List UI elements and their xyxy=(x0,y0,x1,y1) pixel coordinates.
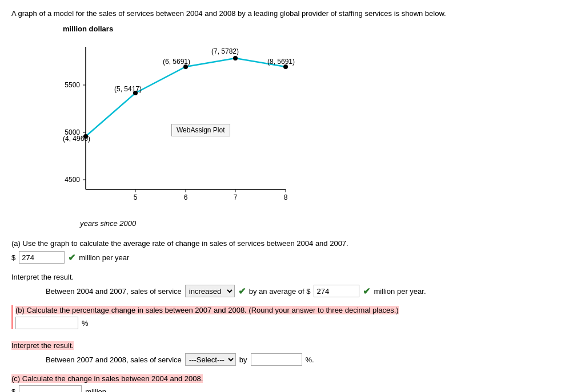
by-text-b: by xyxy=(239,355,247,364)
part-b-section: (b) Calculate the percentage change in s… xyxy=(11,305,574,366)
part-b-box: (b) Calculate the percentage change in s… xyxy=(11,305,574,329)
interpret-a-check-icon: ✔ xyxy=(238,286,246,297)
svg-text:(6, 5691): (6, 5691) xyxy=(163,58,190,66)
part-c-input-row: $ million xyxy=(11,385,574,392)
interpret-a-avg-check-icon: ✔ xyxy=(363,286,370,297)
part-c-section: (c) Calculate the change in sales betwee… xyxy=(11,374,574,392)
increased-dropdown[interactable]: increased decreased xyxy=(185,285,235,297)
interpret-b-label: Interpret the result. xyxy=(11,341,74,350)
select-dropdown-b[interactable]: ---Select--- increased decreased xyxy=(185,353,236,366)
part-b-percent2: %. xyxy=(306,355,314,364)
chart-container: 4500 5000 5500 5 6 7 8 xyxy=(46,35,297,218)
part-a-dollar: $ xyxy=(11,253,15,262)
part-c-dollar: $ xyxy=(11,387,15,393)
part-b-by-input[interactable] xyxy=(251,353,302,366)
part-c-unit: million xyxy=(85,387,106,393)
part-a-check-icon: ✔ xyxy=(68,252,75,263)
between-text-a: Between 2004 and 2007, sales of service xyxy=(46,287,182,296)
part-b-percent: % xyxy=(82,319,89,328)
part-b-question: (b) Calculate the percentage change in s… xyxy=(15,306,399,314)
interpret-a-row: Between 2004 and 2007, sales of service … xyxy=(46,285,574,297)
intro-text: A graph of a model for the sales of serv… xyxy=(11,9,574,18)
x-axis-label: years since 2000 xyxy=(80,219,136,228)
svg-text:7: 7 xyxy=(234,193,238,201)
part-a-unit: million per year xyxy=(79,253,129,262)
y-axis-label: million dollars xyxy=(63,25,113,33)
webassign-plot-button[interactable]: WebAssign Plot xyxy=(171,124,230,136)
part-a-input[interactable] xyxy=(19,251,65,264)
part-b-input[interactable] xyxy=(15,317,78,329)
part-c-question: (c) Calculate the change in sales betwee… xyxy=(11,374,203,383)
svg-text:(5, 5417): (5, 5417) xyxy=(114,85,142,93)
svg-text:(4, 4960): (4, 4960) xyxy=(63,135,90,143)
svg-text:4500: 4500 xyxy=(65,176,80,184)
svg-text:(8, 5691): (8, 5691) xyxy=(267,58,295,66)
svg-text:6: 6 xyxy=(184,193,188,201)
svg-text:8: 8 xyxy=(284,193,288,201)
part-a-section: (a) Use the graph to calculate the avera… xyxy=(11,239,574,297)
svg-text:5: 5 xyxy=(134,193,138,201)
part-a-avg-input[interactable] xyxy=(314,285,359,297)
part-c-box: (c) Calculate the change in sales betwee… xyxy=(11,374,574,392)
part-a-question: (a) Use the graph to calculate the avera… xyxy=(11,239,574,248)
million-per-year: million per year. xyxy=(374,287,426,296)
part-c-input[interactable] xyxy=(19,385,82,392)
by-avg-text: by an average of $ xyxy=(249,287,311,296)
svg-text:(7, 5782): (7, 5782) xyxy=(211,47,239,55)
svg-text:5500: 5500 xyxy=(65,81,80,89)
part-b-input-row: % xyxy=(15,317,574,329)
interpret-b-row: Between 2007 and 2008, sales of service … xyxy=(46,353,574,366)
interpret-a-label: Interpret the result. xyxy=(11,273,574,281)
between-text-b: Between 2007 and 2008, sales of service xyxy=(46,355,182,364)
part-a-input-row: $ ✔ million per year xyxy=(11,251,574,264)
svg-point-19 xyxy=(233,56,238,60)
